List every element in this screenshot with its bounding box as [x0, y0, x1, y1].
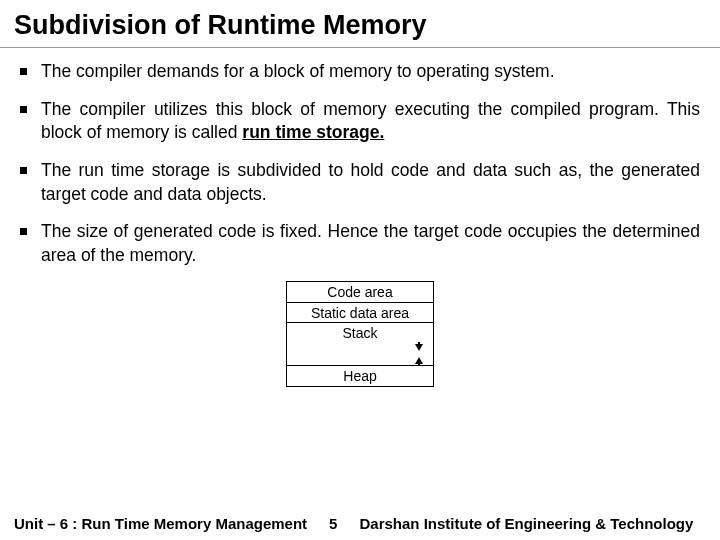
- footer-page-number: 5: [329, 515, 337, 532]
- footer-unit: Unit – 6 : Run Time Memory Management: [14, 515, 307, 532]
- bullet-marker: [20, 68, 27, 75]
- bullet-text: The run time storage is subdivided to ho…: [41, 159, 700, 206]
- bullet-item: The compiler utilizes this block of memo…: [20, 98, 700, 145]
- slide-content: The compiler demands for a block of memo…: [0, 48, 720, 387]
- footer-institute: Darshan Institute of Engineering & Techn…: [359, 515, 693, 532]
- bullet-item: The run time storage is subdivided to ho…: [20, 159, 700, 206]
- memory-diagram: Code area Static data area Stack Heap: [286, 281, 434, 387]
- diagram-row-stack: Stack: [286, 322, 434, 344]
- arrow-down-icon: [415, 344, 423, 351]
- diagram-row-heap: Heap: [286, 365, 434, 387]
- arrow-up-icon: [415, 357, 423, 364]
- bullet-marker: [20, 106, 27, 113]
- slide-footer: Unit – 6 : Run Time Memory Management 5 …: [0, 515, 720, 532]
- diagram-row-static: Static data area: [286, 302, 434, 324]
- bullet-text-bold: run time storage.: [242, 122, 384, 142]
- diagram-gap: [286, 343, 434, 365]
- bullet-marker: [20, 228, 27, 235]
- bullet-text: The compiler demands for a block of memo…: [41, 60, 700, 84]
- bullet-text: The compiler utilizes this block of memo…: [41, 98, 700, 145]
- bullet-item: The size of generated code is fixed. Hen…: [20, 220, 700, 267]
- slide-title: Subdivision of Runtime Memory: [0, 0, 720, 48]
- diagram-row-code: Code area: [286, 281, 434, 303]
- bullet-marker: [20, 167, 27, 174]
- bullet-item: The compiler demands for a block of memo…: [20, 60, 700, 84]
- bullet-text: The size of generated code is fixed. Hen…: [41, 220, 700, 267]
